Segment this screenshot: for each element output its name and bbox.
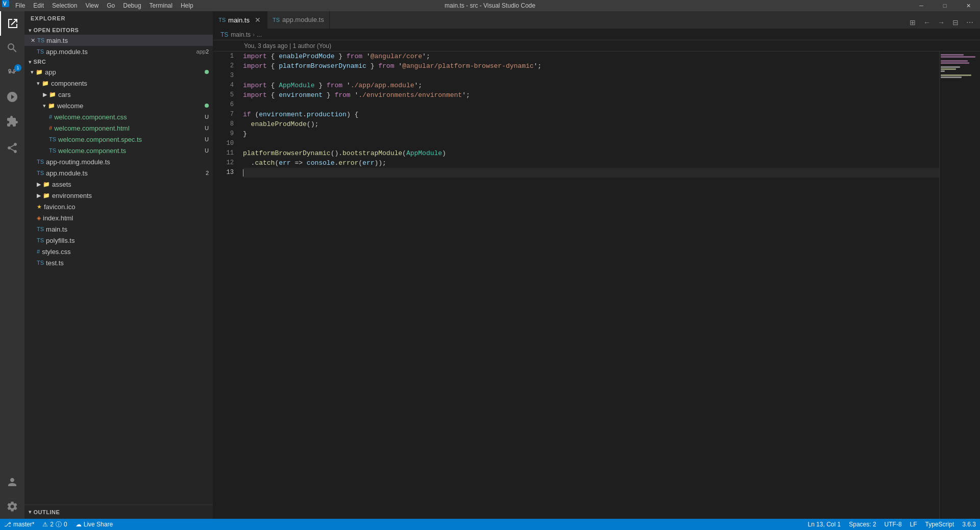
- split-editor-btn[interactable]: ⊞: [906, 16, 919, 29]
- code-line-4: import { AppModule } from './app/app.mod…: [243, 81, 939, 90]
- filename: main.ts: [46, 37, 209, 44]
- encoding-label: UTF-8: [885, 521, 902, 528]
- activity-explorer[interactable]: [0, 11, 24, 36]
- file-welcome-html[interactable]: # welcome.component.html U: [24, 122, 213, 134]
- code-line-3: [243, 71, 939, 81]
- tab-close-main[interactable]: ✕: [254, 16, 262, 24]
- filename: app-routing.module.ts: [46, 158, 209, 166]
- close-icon[interactable]: ✕: [31, 37, 35, 44]
- code-editor[interactable]: import { enableProdMode } from '@angular…: [239, 52, 939, 519]
- file-welcome-ts[interactable]: TS welcome.component.ts U: [24, 145, 213, 156]
- activity-settings[interactable]: [0, 494, 24, 519]
- menu-terminal[interactable]: Terminal: [145, 0, 177, 11]
- menu-selection[interactable]: Selection: [48, 0, 81, 11]
- menu-file[interactable]: File: [11, 0, 29, 11]
- editor-content[interactable]: 1 2 3 4 5 6 7 8 9 10 11 12 13 import { e…: [213, 52, 980, 519]
- activity-source-control[interactable]: 1: [0, 60, 24, 85]
- cursor-pos-label: Ln 13, Col 1: [807, 521, 841, 528]
- tab-main-ts[interactable]: TS main.ts ✕: [213, 11, 267, 29]
- folder-environments[interactable]: ▶ 📁 environments: [24, 190, 213, 201]
- folder-components[interactable]: ▾ 📁 components: [24, 78, 213, 89]
- filename: cars: [58, 91, 209, 98]
- activity-live-share[interactable]: [0, 136, 24, 160]
- live-share-status[interactable]: ☁ Live Share: [71, 519, 117, 530]
- menu-go[interactable]: Go: [103, 0, 119, 11]
- outline-section[interactable]: ▾ Outline: [24, 504, 213, 519]
- ts-version-status[interactable]: 3.6.3: [958, 519, 980, 530]
- activity-extensions[interactable]: [0, 109, 24, 134]
- file-index-html[interactable]: ◈ index.html: [24, 212, 213, 223]
- file-welcome-css[interactable]: # welcome.component.css U: [24, 111, 213, 122]
- folder-cars[interactable]: ▶ 📁 cars: [24, 89, 213, 100]
- file-app-routing[interactable]: TS app-routing.module.ts: [24, 156, 213, 167]
- open-editor-app-module[interactable]: TS app.module.ts app 2: [24, 46, 213, 57]
- menu-view[interactable]: View: [81, 0, 103, 11]
- tab-app-module[interactable]: TS app.module.ts: [267, 11, 330, 29]
- code-line-10: [243, 139, 939, 148]
- filename: welcome.component.html: [54, 124, 205, 132]
- file-favicon[interactable]: ★ favicon.ico: [24, 201, 213, 212]
- cursor-position-status[interactable]: Ln 13, Col 1: [803, 519, 845, 530]
- activity-accounts[interactable]: [0, 470, 24, 494]
- outline-chevron: ▾: [29, 509, 32, 515]
- ts-icon: TS: [37, 48, 44, 55]
- file-test-ts[interactable]: TS test.ts: [24, 257, 213, 268]
- src-section[interactable]: ▾ SRC: [24, 57, 213, 66]
- close-button[interactable]: ✕: [957, 0, 980, 11]
- folder-icon: 📁: [36, 69, 43, 75]
- folder-app[interactable]: ▾ 📁 app: [24, 66, 213, 78]
- encoding-status[interactable]: UTF-8: [880, 519, 906, 530]
- ts-icon: TS: [37, 159, 44, 165]
- filename: components: [51, 80, 209, 87]
- errors-warnings-status[interactable]: ⚠ 2 ⓘ 0: [38, 519, 71, 530]
- line-ending-status[interactable]: LF: [906, 519, 921, 530]
- filename: app.module.ts: [46, 169, 206, 177]
- file-app-module[interactable]: TS app.module.ts 2: [24, 167, 213, 179]
- more-actions-btn[interactable]: ⋯: [964, 16, 976, 29]
- maximize-button[interactable]: □: [933, 0, 957, 11]
- live-share-label: Live Share: [84, 521, 113, 528]
- minimap-line: [941, 54, 964, 56]
- activity-search[interactable]: [0, 36, 24, 60]
- editor-area: TS main.ts ✕ TS app.module.ts ⊞ ← → ⊟ ⋯ …: [213, 11, 980, 519]
- open-editors-section[interactable]: ▾ Open Editors: [24, 26, 213, 35]
- breadcrumb-more[interactable]: ...: [257, 31, 262, 38]
- menu-debug[interactable]: Debug: [119, 0, 145, 11]
- line-num: 3: [213, 71, 234, 81]
- go-back-btn[interactable]: ←: [921, 16, 933, 29]
- menu-help[interactable]: Help: [177, 0, 198, 11]
- code-line-7: if (environment.production) {: [243, 110, 939, 119]
- minimap-line: [941, 77, 962, 78]
- source-control-badge: 1: [14, 64, 21, 71]
- menu-edit[interactable]: Edit: [29, 0, 48, 11]
- activity-debug[interactable]: [0, 85, 24, 109]
- folder-arrow: ▾: [43, 103, 46, 109]
- minimize-button[interactable]: ─: [910, 0, 933, 11]
- line-num: 8: [213, 119, 234, 129]
- indentation-status[interactable]: Spaces: 2: [845, 519, 880, 530]
- folder-arrow: ▶: [37, 181, 41, 188]
- folder-arrow: ▾: [37, 80, 40, 87]
- go-forward-btn[interactable]: →: [935, 16, 947, 29]
- file-main-ts[interactable]: TS main.ts: [24, 223, 213, 235]
- breadcrumb-file[interactable]: main.ts: [231, 31, 251, 38]
- file-polyfills[interactable]: TS polyfills.ts: [24, 235, 213, 246]
- file-styles-css[interactable]: # styles.css: [24, 246, 213, 257]
- file-welcome-spec[interactable]: TS welcome.component.spec.ts U: [24, 134, 213, 145]
- folder-assets[interactable]: ▶ 📁 assets: [24, 179, 213, 190]
- open-editor-main-ts[interactable]: ✕ TS main.ts: [24, 35, 213, 46]
- line-num-active: 13: [213, 168, 234, 178]
- language-status[interactable]: TypeScript: [921, 519, 959, 530]
- toggle-panel-btn[interactable]: ⊟: [949, 16, 962, 29]
- status-bar-right: Ln 13, Col 1 Spaces: 2 UTF-8 LF TypeScri…: [803, 519, 980, 530]
- breadcrumb-ts-icon: TS: [220, 31, 228, 38]
- ico-icon: ★: [37, 204, 42, 210]
- ts-icon: TS: [49, 136, 56, 142]
- tab-actions: ⊞ ← → ⊟ ⋯: [902, 16, 980, 29]
- tab-bar: TS main.ts ✕ TS app.module.ts ⊞ ← → ⊟ ⋯: [213, 11, 980, 29]
- filename: app: [45, 68, 203, 76]
- folder-welcome[interactable]: ▾ 📁 welcome: [24, 100, 213, 111]
- git-branch-status[interactable]: ⎇ master*: [0, 519, 38, 530]
- warning-count: 0: [64, 521, 67, 528]
- filename: app.module.ts: [46, 48, 194, 56]
